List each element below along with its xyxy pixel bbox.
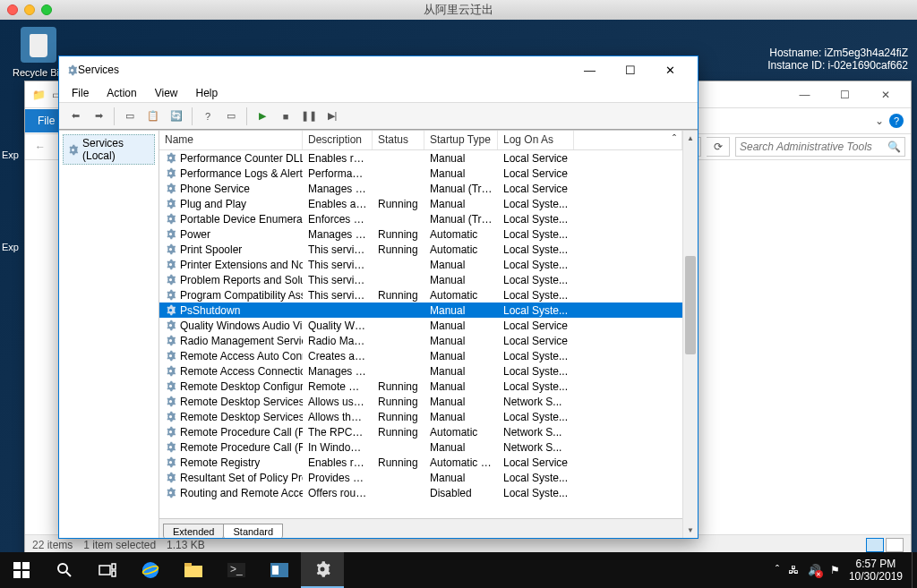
scroll-thumb[interactable] xyxy=(685,256,696,354)
svg-rect-6 xyxy=(99,566,110,575)
help-icon[interactable]: ? xyxy=(889,114,904,128)
windows-desktop[interactable]: Recycle Bin Hostname: iZm5eg3h4a24fiZ In… xyxy=(0,20,917,552)
service-row[interactable]: Phone ServiceManages th...Manual (Trig..… xyxy=(159,181,682,196)
maximize-button[interactable]: ☐ xyxy=(610,57,650,82)
service-logon: Local Syste... xyxy=(498,243,574,256)
stop-button[interactable]: ■ xyxy=(275,106,296,127)
service-row[interactable]: PowerManages p...RunningAutomaticLocal S… xyxy=(159,226,682,242)
menu-action[interactable]: Action xyxy=(98,84,145,102)
service-row[interactable]: Program Compatibility Assi...This servic… xyxy=(159,287,682,303)
services-toolbar: ⬅ ➡ ▭ 📋 🔄 ? ▭ ▶ ■ ❚❚ ▶| xyxy=(59,103,698,130)
tray-overflow-icon[interactable]: ˆ xyxy=(776,564,779,576)
service-row[interactable]: Resultant Set of Policy Provi...Provides… xyxy=(159,470,682,485)
icons-view-button[interactable] xyxy=(886,538,904,552)
refresh-button[interactable]: ⟳ xyxy=(707,137,730,157)
network-icon[interactable]: 🖧 xyxy=(788,564,799,576)
services-list[interactable]: Name Description Status Startup Type Log… xyxy=(159,131,682,538)
col-startup[interactable]: Startup Type xyxy=(424,131,498,149)
vertical-scrollbar[interactable]: ▲ ▼ xyxy=(682,131,698,538)
restart-button[interactable]: ▶| xyxy=(321,106,343,127)
services-tree[interactable]: Services (Local) xyxy=(59,131,159,538)
service-desc: Quality Win... xyxy=(303,320,373,332)
volume-muted-icon[interactable]: 🔊✕ xyxy=(808,564,821,576)
minimize-button[interactable]: — xyxy=(784,82,825,107)
service-row[interactable]: Quality Windows Audio Vid...Quality Win.… xyxy=(159,318,682,333)
col-sort-indicator[interactable]: ˆ xyxy=(574,131,682,149)
scroll-up-button[interactable]: ▲ xyxy=(683,131,698,146)
service-row[interactable]: Remote Procedure Call (RP...In Windows..… xyxy=(159,439,682,455)
col-desc[interactable]: Description xyxy=(303,131,373,149)
show-desktop-button[interactable] xyxy=(912,552,917,588)
taskbar[interactable]: >_ ˆ 🖧 🔊✕ ⚑ 6:57 PM 10/30/2019 xyxy=(0,552,917,588)
start-button[interactable] xyxy=(0,552,43,588)
search-box[interactable]: 🔍 xyxy=(735,137,905,157)
clock[interactable]: 6:57 PM 10/30/2019 xyxy=(849,558,903,584)
forward-button[interactable]: ➡ xyxy=(88,106,109,127)
search-button[interactable] xyxy=(43,552,86,588)
service-row[interactable]: Performance Counter DLL ...Enables rem..… xyxy=(159,150,682,166)
service-row[interactable]: Printer Extensions and Notif...This serv… xyxy=(159,257,682,272)
service-startup: Manual xyxy=(424,335,498,347)
search-input[interactable] xyxy=(740,141,887,153)
properties-button[interactable]: ▭ xyxy=(220,106,242,127)
export-button[interactable]: 📋 xyxy=(142,106,164,127)
tab-extended[interactable]: Extended xyxy=(163,524,224,538)
service-logon: Network S... xyxy=(498,441,574,454)
taskview-button[interactable] xyxy=(86,552,129,588)
service-startup: Manual xyxy=(424,411,498,423)
service-row[interactable]: Remote Access Auto Conne...Creates a co.… xyxy=(159,348,682,363)
menu-view[interactable]: View xyxy=(146,84,187,102)
service-row[interactable]: Performance Logs & AlertsPerformanc...Ma… xyxy=(159,166,682,181)
server-manager-icon[interactable] xyxy=(258,552,301,588)
gear-icon xyxy=(165,289,176,301)
start-button[interactable]: ▶ xyxy=(252,106,273,127)
service-row[interactable]: PsShutdownManualLocal Syste... xyxy=(159,303,682,318)
service-row[interactable]: Plug and PlayEnables a c...RunningManual… xyxy=(159,196,682,211)
cmd-icon[interactable]: >_ xyxy=(215,552,258,588)
back-button[interactable]: ⬅ xyxy=(64,106,86,127)
service-row[interactable]: Remote RegistryEnables rem...RunningAuto… xyxy=(159,455,682,470)
back-button[interactable]: ← xyxy=(30,137,50,157)
details-view-button[interactable] xyxy=(866,538,884,552)
service-logon: Local Syste... xyxy=(498,213,574,226)
list-rows[interactable]: Performance Counter DLL ...Enables rem..… xyxy=(159,150,682,518)
service-row[interactable]: Remote Desktop Services U...Allows the r… xyxy=(159,409,682,424)
flag-icon[interactable]: ⚑ xyxy=(830,564,840,576)
minimize-button[interactable]: — xyxy=(570,57,610,82)
ie-icon[interactable] xyxy=(129,552,172,588)
help-button[interactable]: ? xyxy=(197,106,219,127)
service-row[interactable]: Print SpoolerThis service ...RunningAuto… xyxy=(159,242,682,257)
service-row[interactable]: Remote Desktop Configurat...Remote Des..… xyxy=(159,379,682,394)
maximize-button[interactable]: ☐ xyxy=(825,82,865,107)
pause-button[interactable]: ❚❚ xyxy=(298,106,320,127)
close-button[interactable]: ✕ xyxy=(865,82,905,107)
showhide-tree-button[interactable]: ▭ xyxy=(119,106,141,127)
ribbon-expand-icon[interactable]: ⌄ xyxy=(875,115,884,127)
service-row[interactable]: Radio Management ServiceRadio Mana...Man… xyxy=(159,333,682,348)
service-row[interactable]: Routing and Remote AccessOffers routi...… xyxy=(159,485,682,500)
close-button[interactable]: ✕ xyxy=(650,57,690,82)
refresh-button[interactable]: 🔄 xyxy=(166,106,187,127)
col-logon[interactable]: Log On As xyxy=(498,131,574,149)
service-row[interactable]: Remote Procedure Call (RPC)The RPCSS ...… xyxy=(159,424,682,439)
service-startup: Automatic xyxy=(424,289,498,302)
menu-file[interactable]: File xyxy=(63,84,98,102)
service-row[interactable]: Problem Reports and Soluti...This servic… xyxy=(159,272,682,287)
taskbar-services-icon[interactable] xyxy=(301,552,344,588)
list-header[interactable]: Name Description Status Startup Type Log… xyxy=(159,131,682,150)
explorer-icon[interactable] xyxy=(172,552,215,588)
tab-standard[interactable]: Standard xyxy=(223,524,283,538)
system-tray[interactable]: ˆ 🖧 🔊✕ ⚑ 6:57 PM 10/30/2019 xyxy=(767,558,912,584)
scroll-down-button[interactable]: ▼ xyxy=(683,523,698,538)
gear-icon xyxy=(165,228,176,240)
services-titlebar[interactable]: Services — ☐ ✕ xyxy=(59,56,698,83)
tree-root[interactable]: Services (Local) xyxy=(63,134,155,165)
gear-icon xyxy=(67,144,79,156)
col-status[interactable]: Status xyxy=(373,131,424,149)
menu-help[interactable]: Help xyxy=(187,84,227,102)
service-row[interactable]: Portable Device Enumerator...Enforces gr… xyxy=(159,211,682,226)
services-window[interactable]: Services — ☐ ✕ File Action View Help ⬅ ➡… xyxy=(58,55,698,539)
col-name[interactable]: Name xyxy=(159,131,303,149)
service-row[interactable]: Remote Access Connection...Manages di...… xyxy=(159,363,682,379)
service-row[interactable]: Remote Desktop ServicesAllows user...Run… xyxy=(159,394,682,409)
